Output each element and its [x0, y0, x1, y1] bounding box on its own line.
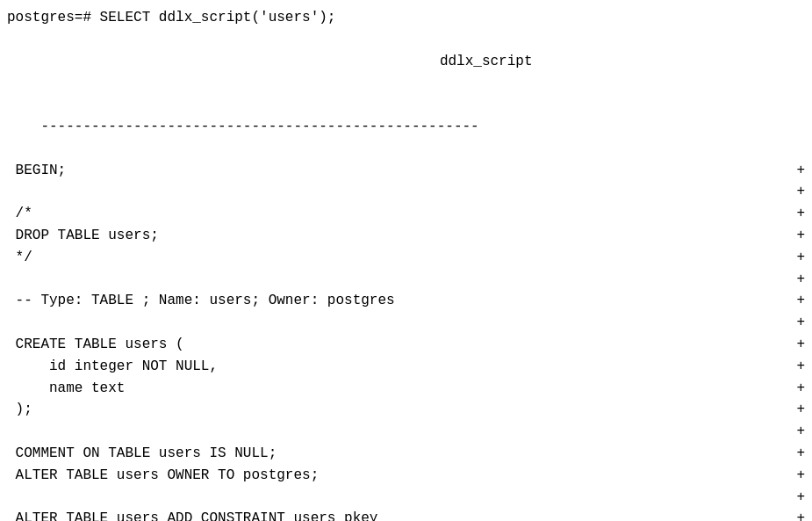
divider-line: ----------------------------------------…	[0, 94, 812, 159]
output-line-content-6: -- Type: TABLE ; Name: users; Owner: pos…	[7, 290, 791, 312]
output-line-9: id integer NOT NULL,+	[0, 356, 812, 378]
output-line-plus-7: +	[791, 312, 805, 334]
output-line-plus-8: +	[791, 334, 805, 356]
output-line-3: DROP TABLE users;+	[0, 225, 812, 247]
output-line-plus-9: +	[791, 356, 805, 378]
prompt-line: postgres=# SELECT ddlx_script('users');	[0, 7, 812, 29]
output-line-plus-6: +	[791, 290, 805, 312]
output-line-12: +	[0, 421, 812, 443]
output-line-13: COMMENT ON TABLE users IS NULL;+	[0, 443, 812, 465]
output-line-content-13: COMMENT ON TABLE users IS NULL;	[7, 443, 791, 465]
output-line-16: ALTER TABLE users ADD CONSTRAINT users_p…	[0, 508, 812, 521]
output-line-plus-13: +	[791, 443, 805, 465]
output-line-content-0: BEGIN;	[7, 160, 791, 182]
terminal-output: postgres=# SELECT ddlx_script('users'); …	[0, 0, 812, 521]
output-line-plus-15: +	[791, 487, 805, 509]
output-line-content-7	[7, 312, 791, 334]
output-line-plus-3: +	[791, 225, 805, 247]
column-header-line: ddlx_script	[0, 29, 812, 94]
output-line-6: -- Type: TABLE ; Name: users; Owner: pos…	[0, 290, 812, 312]
output-line-plus-2: +	[791, 203, 805, 225]
output-line-0: BEGIN;+	[0, 160, 812, 182]
output-line-7: +	[0, 312, 812, 334]
output-lines: BEGIN;++ /*+ DROP TABLE users;+ */++ -- …	[0, 160, 812, 521]
divider-text: ----------------------------------------…	[40, 119, 478, 134]
output-line-plus-1: +	[791, 181, 805, 203]
output-line-content-1	[7, 181, 791, 203]
output-line-content-8: CREATE TABLE users (	[7, 334, 791, 356]
output-line-10: name text+	[0, 378, 812, 400]
output-line-content-15	[7, 487, 791, 509]
prompt-text: postgres=# SELECT ddlx_script('users');	[7, 7, 805, 29]
output-line-2: /*+	[0, 203, 812, 225]
column-header-text: ddlx_script	[313, 54, 533, 69]
output-line-content-9: id integer NOT NULL,	[7, 356, 791, 378]
output-line-11: );+	[0, 399, 812, 421]
output-line-content-2: /*	[7, 203, 791, 225]
output-line-content-14: ALTER TABLE users OWNER TO postgres;	[7, 465, 791, 487]
output-line-plus-5: +	[791, 269, 805, 291]
output-line-4: */+	[0, 247, 812, 269]
output-line-content-10: name text	[7, 378, 791, 400]
output-line-content-11: );	[7, 399, 791, 421]
output-line-plus-11: +	[791, 399, 805, 421]
output-line-content-16: ALTER TABLE users ADD CONSTRAINT users_p…	[7, 508, 791, 521]
output-line-plus-12: +	[791, 421, 805, 443]
output-line-14: ALTER TABLE users OWNER TO postgres;+	[0, 465, 812, 487]
output-line-plus-16: +	[791, 508, 805, 521]
output-line-content-3: DROP TABLE users;	[7, 225, 791, 247]
output-line-plus-10: +	[791, 378, 805, 400]
output-line-plus-14: +	[791, 465, 805, 487]
output-line-1: +	[0, 181, 812, 203]
output-line-plus-0: +	[791, 160, 805, 182]
output-line-15: +	[0, 487, 812, 509]
output-line-plus-4: +	[791, 247, 805, 269]
output-line-5: +	[0, 269, 812, 291]
output-line-8: CREATE TABLE users (+	[0, 334, 812, 356]
output-line-content-5	[7, 269, 791, 291]
output-line-content-4: */	[7, 247, 791, 269]
output-line-content-12	[7, 421, 791, 443]
